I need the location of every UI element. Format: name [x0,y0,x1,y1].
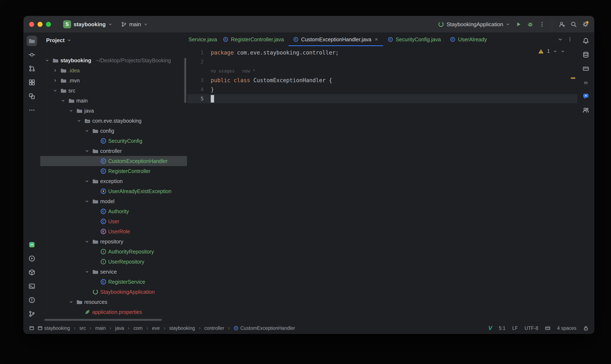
breadcrumb-item[interactable]: src [79,325,86,331]
code-with-me-tool-button[interactable] [581,105,591,115]
tab-list-dropdown-button[interactable] [558,37,563,42]
breadcrumb-item[interactable]: CCustomExceptionHandler [234,325,295,331]
indent-widget[interactable]: 4 spaces [557,325,576,331]
chevron-down-icon[interactable] [67,300,75,304]
build-tool-tool-button[interactable] [27,267,37,278]
database-tool-button[interactable] [581,50,591,60]
terminal-tool-button[interactable] [27,281,37,291]
branch-widget[interactable]: main [118,20,151,29]
tree-row[interactable]: staybooking~/Desktop/Projects/StayBookin… [40,55,187,65]
previous-problem-button[interactable] [553,49,557,53]
tree-row[interactable]: main [40,96,187,106]
maven-tool-button[interactable]: m [581,77,591,88]
line-number[interactable]: 1 [187,50,211,56]
chevron-down-icon[interactable] [67,109,75,113]
breadcrumb-item[interactable]: controller [204,325,224,331]
tree-row[interactable]: CAuthority [40,206,187,216]
tree-row[interactable]: resources [40,297,187,307]
version-control-tool-button[interactable] [27,309,37,319]
chevron-right-icon[interactable] [52,78,59,83]
close-window-button[interactable] [29,22,34,27]
tree-row[interactable]: com.eve.staybooking [40,116,187,126]
tree-row[interactable]: CRegisterService [40,277,187,287]
tree-row[interactable]: IUserRepository [40,257,187,267]
line-separator-widget[interactable]: LF [512,325,518,331]
editor-tab[interactable]: CCustomExceptionHandler.java [288,33,383,46]
chevron-right-icon[interactable] [52,68,59,73]
project-folder-tool-button[interactable] [27,36,37,46]
tree-row[interactable]: UserAlreadyExistException [40,186,187,196]
tree-row[interactable]: application.properties [40,307,187,317]
breadcrumb-item[interactable]: java [115,325,124,331]
more-tools-tool-button[interactable] [27,105,37,115]
run-button[interactable] [515,21,522,27]
chevron-down-icon[interactable] [83,199,91,203]
tree-row[interactable]: .idea [40,65,187,76]
line-number[interactable]: 2 [187,59,211,65]
tab-options-button[interactable] [567,37,572,42]
chevron-down-icon[interactable] [83,149,91,153]
chevron-down-icon[interactable] [76,119,83,123]
debug-button[interactable] [527,21,533,27]
tree-row[interactable]: exception [40,176,187,186]
breadcrumb-item[interactable]: com [133,325,142,331]
commit-tool-button[interactable] [27,50,37,60]
inspections-widget[interactable]: 1 [538,48,565,54]
next-problem-button[interactable] [561,49,565,53]
tree-row[interactable]: IAuthorityRepository [40,247,187,257]
breadcrumb-item[interactable]: staybooking [38,325,70,331]
tree-row[interactable]: CRegisterController [40,166,187,176]
ai-assistant-tool-button[interactable] [581,91,591,102]
tree-row[interactable]: controller [40,146,187,156]
tree-row[interactable]: service [40,267,187,277]
chevron-down-icon[interactable] [83,239,91,244]
tree-row[interactable]: repository [40,236,187,247]
line-number[interactable]: 4 [187,87,211,92]
invite-collaborator-button[interactable] [559,21,565,27]
tree-row[interactable]: CUser [40,216,187,226]
problems-tool-button[interactable] [27,295,37,305]
pull-requests-tool-button[interactable] [27,63,37,74]
tree-horizontal-scrollbar[interactable] [44,319,162,321]
editor-tab[interactable]: CSecurityConfig.java [383,33,445,46]
settings-button[interactable] [582,21,589,27]
plugin-colored-tool-button[interactable] [27,239,37,250]
scrollbar-warning-stripe[interactable] [571,77,575,79]
breadcrumb-item[interactable]: eve [152,325,160,331]
chevron-down-icon[interactable] [83,179,91,183]
tree-row[interactable]: config [40,126,187,136]
notifications-tool-button[interactable] [581,36,591,46]
editor-tab[interactable]: Service.java [187,33,218,46]
chevron-down-icon[interactable] [60,99,67,103]
line-number[interactable]: 3 [187,77,211,83]
breadcrumb-item[interactable]: main [95,325,106,331]
minimize-window-button[interactable] [38,22,43,27]
services-tool-button[interactable] [27,91,37,102]
tree-row[interactable]: .mvn [40,76,187,86]
editor-tab[interactable]: CUserAlready [445,33,492,46]
caret-position-widget[interactable]: 5:1 [499,325,506,331]
tree-row[interactable]: EUserRole [40,226,187,236]
code-editor[interactable]: 1package com.eve.staybooking.controller;… [187,46,577,323]
search-everywhere-button[interactable] [571,21,577,27]
editor-tab[interactable]: CRegisterController.java [218,33,288,46]
chevron-down-icon[interactable] [44,58,51,63]
tree-row[interactable]: java [40,106,187,116]
docker-tool-button[interactable] [581,63,591,74]
readonly-lock-icon[interactable] [583,325,589,331]
chevron-down-icon[interactable] [52,89,59,93]
run-tool-tool-button[interactable] [27,253,37,264]
tree-row[interactable]: CCustomExceptionHandler [40,156,187,166]
close-tab-icon[interactable] [374,37,378,41]
zoom-window-button[interactable] [46,22,51,27]
tree-row[interactable]: model [40,196,187,206]
tree-row[interactable]: StaybookingApplication [40,287,187,297]
project-widget[interactable]: S staybooking [60,19,115,30]
chevron-down-icon[interactable] [83,129,91,133]
tree-vertical-scrollbar[interactable] [184,58,186,103]
vim-mode-widget[interactable]: V [488,325,492,332]
structure-tool-button[interactable] [27,77,37,88]
more-actions-button[interactable] [539,21,545,27]
tree-row[interactable]: src [40,86,187,96]
breadcrumb-item[interactable]: staybooking [169,325,195,331]
